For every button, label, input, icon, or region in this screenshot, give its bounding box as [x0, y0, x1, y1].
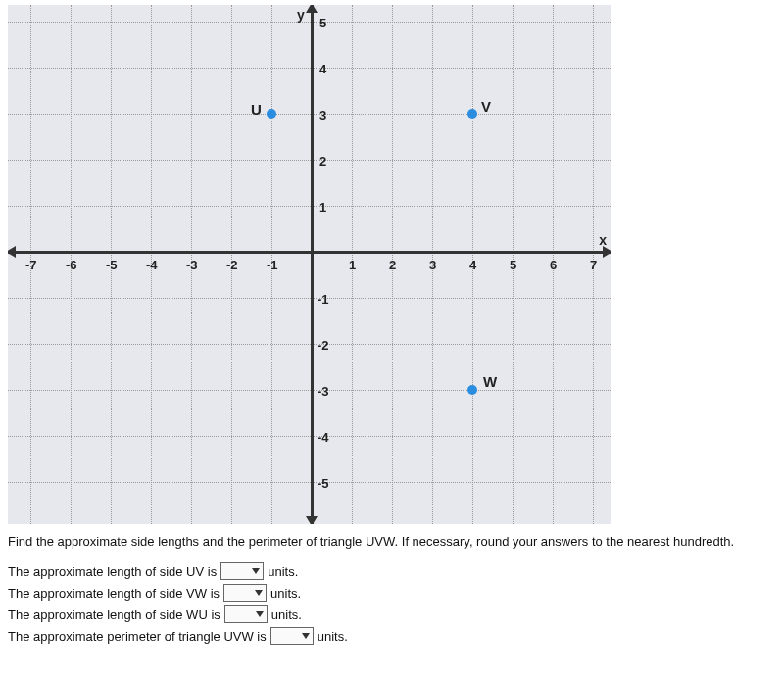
- tick-x-p7: 7: [590, 258, 597, 272]
- coordinate-plane: y x -7 -6 -5 -4 -3 -2 -1 1 2 3 4 5 6 7 5…: [8, 5, 611, 524]
- answer-section: The approximate length of side UV is uni…: [8, 562, 784, 645]
- y-axis-label: y: [297, 7, 305, 23]
- vw-prefix: The approximate length of side VW is: [8, 586, 220, 601]
- perim-prefix: The approximate perimeter of triangle UV…: [8, 629, 267, 644]
- tick-x-p5: 5: [510, 258, 516, 272]
- point-w: [467, 385, 477, 395]
- vw-select[interactable]: [223, 584, 267, 602]
- tick-x-n3: -3: [186, 258, 198, 272]
- tick-y-n4: -4: [318, 430, 329, 445]
- arrow-left-icon: [8, 246, 16, 258]
- tick-x-p6: 6: [550, 258, 557, 272]
- tick-x-p1: 1: [349, 258, 356, 272]
- point-w-label: W: [483, 373, 497, 390]
- tick-y-p5: 5: [319, 16, 326, 30]
- point-v: [467, 109, 477, 119]
- tick-y-p3: 3: [319, 108, 326, 122]
- point-v-label: V: [481, 98, 491, 115]
- wu-units: units.: [271, 607, 302, 622]
- perim-units: units.: [318, 629, 348, 644]
- tick-x-n6: -6: [66, 258, 77, 272]
- point-u-label: U: [251, 101, 262, 118]
- answer-vw: The approximate length of side VW is uni…: [8, 584, 784, 602]
- tick-x-n1: -1: [267, 258, 278, 272]
- uv-select[interactable]: [220, 562, 264, 580]
- tick-y-n2: -2: [318, 338, 329, 353]
- tick-y-n5: -5: [318, 476, 329, 491]
- tick-y-n1: -1: [318, 292, 329, 307]
- tick-y-p2: 2: [319, 154, 326, 168]
- uv-units: units.: [268, 564, 298, 579]
- tick-y-p1: 1: [319, 200, 326, 215]
- answer-wu: The approximate length of side WU is uni…: [8, 605, 784, 623]
- point-u: [267, 109, 276, 119]
- tick-x-n2: -2: [226, 258, 238, 272]
- x-axis-label: x: [599, 232, 607, 248]
- wu-prefix: The approximate length of side WU is: [8, 607, 220, 622]
- y-axis: [311, 5, 314, 524]
- answer-uv: The approximate length of side UV is uni…: [8, 562, 784, 580]
- instruction-text: Find the approximate side lengths and th…: [8, 534, 784, 549]
- tick-x-p2: 2: [389, 258, 396, 272]
- wu-select[interactable]: [224, 605, 268, 623]
- tick-x-n7: -7: [25, 258, 37, 272]
- answer-perimeter: The approximate perimeter of triangle UV…: [8, 627, 784, 645]
- perimeter-select[interactable]: [270, 627, 314, 645]
- tick-x-p3: 3: [429, 258, 436, 272]
- tick-x-n5: -5: [106, 258, 118, 272]
- tick-y-n3: -3: [318, 384, 329, 399]
- vw-units: units.: [270, 586, 301, 601]
- tick-x-p4: 4: [469, 258, 476, 272]
- arrow-down-icon: [306, 516, 318, 524]
- arrow-up-icon: [306, 5, 318, 13]
- tick-y-p4: 4: [319, 62, 326, 76]
- tick-x-n4: -4: [146, 258, 158, 272]
- uv-prefix: The approximate length of side UV is: [8, 564, 217, 579]
- x-axis: [8, 251, 611, 254]
